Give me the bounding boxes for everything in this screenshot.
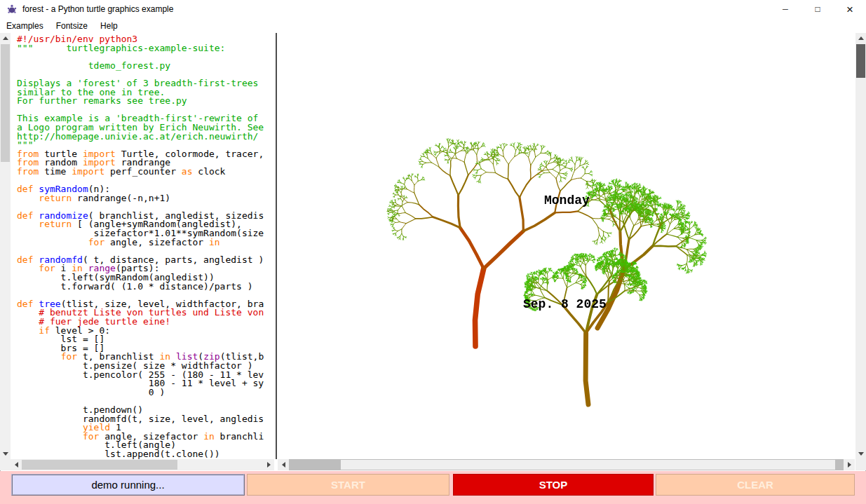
canvas-text-monday: Monday xyxy=(544,193,590,207)
canvas-text-date: Sep. 8 2025 xyxy=(523,297,607,311)
minimize-button[interactable]: ─ xyxy=(769,0,801,18)
window-controls: ─ □ × xyxy=(769,0,866,18)
code-editor[interactable]: #!/usr/bin/env python3""" turtlegraphics… xyxy=(11,33,274,459)
stop-button[interactable]: STOP xyxy=(453,474,654,496)
scroll-down-icon[interactable] xyxy=(855,449,866,459)
code-vertical-scrollbar[interactable] xyxy=(0,33,11,459)
scroll-down-icon[interactable] xyxy=(0,449,11,459)
scroll-right-icon[interactable] xyxy=(263,459,274,470)
close-icon: × xyxy=(846,4,853,15)
maximize-button[interactable]: □ xyxy=(801,0,834,18)
scroll-row xyxy=(0,459,866,470)
scroll-up-icon[interactable] xyxy=(0,33,11,43)
code-horizontal-scrollbar[interactable] xyxy=(11,459,274,470)
menu-bar: Examples Fontsize Help xyxy=(0,18,866,33)
code-vscroll-thumb[interactable] xyxy=(1,44,10,162)
scroll-up-icon[interactable] xyxy=(855,33,866,43)
pane-divider xyxy=(274,33,278,470)
main-area: #!/usr/bin/env python3""" turtlegraphics… xyxy=(0,33,866,459)
canvas-vertical-scrollbar[interactable] xyxy=(855,33,866,459)
menu-fontsize[interactable]: Fontsize xyxy=(50,20,94,32)
menu-examples[interactable]: Examples xyxy=(0,20,50,32)
scroll-left-icon[interactable] xyxy=(278,459,289,470)
canvas-horizontal-scrollbar[interactable] xyxy=(278,459,855,470)
code-hscroll-thumb[interactable] xyxy=(22,460,177,470)
turtle-canvas xyxy=(278,33,855,459)
canvas-vscroll-thumb[interactable] xyxy=(856,44,865,78)
menu-help[interactable]: Help xyxy=(94,20,124,32)
scroll-right-icon[interactable] xyxy=(844,459,855,470)
start-button[interactable]: START xyxy=(247,474,449,496)
close-button[interactable]: × xyxy=(834,0,866,18)
canvas-pane: Monday Sep. 8 2025 xyxy=(278,33,855,459)
status-bar: demo running... START STOP CLEAR xyxy=(0,471,866,504)
title-bar: forest - a Python turtle graphics exampl… xyxy=(0,0,866,18)
status-label: demo running... xyxy=(11,474,245,496)
canvas-hscroll-thumb[interactable] xyxy=(341,460,835,470)
scrollbar-corner xyxy=(0,459,11,470)
maximize-icon: □ xyxy=(815,5,820,13)
window-title: forest - a Python turtle graphics exampl… xyxy=(22,4,173,14)
clear-button[interactable]: CLEAR xyxy=(656,474,855,496)
scrollbar-corner xyxy=(855,459,866,470)
app-window: forest - a Python turtle graphics exampl… xyxy=(0,0,866,504)
minimize-icon: ─ xyxy=(783,6,788,13)
turtle-app-icon xyxy=(6,4,18,15)
scroll-left-icon[interactable] xyxy=(11,459,22,470)
